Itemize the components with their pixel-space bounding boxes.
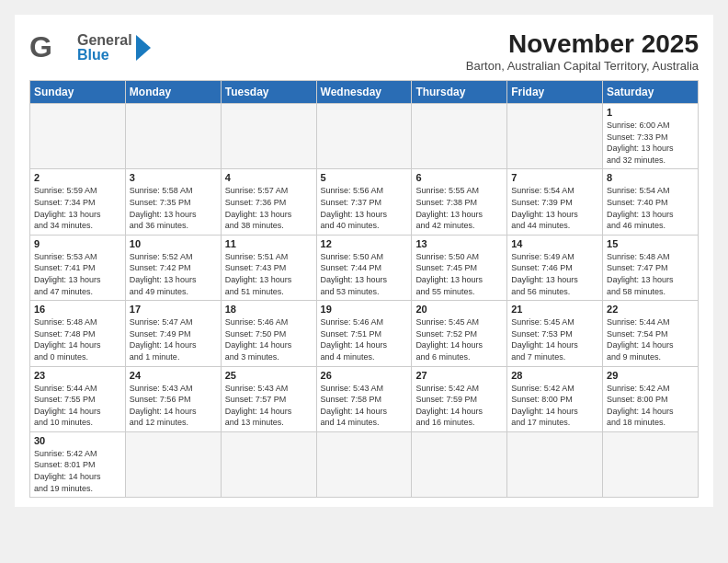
day-info: Sunrise: 5:48 AM Sunset: 7:47 PM Dayligh… — [607, 251, 694, 297]
day-info: Sunrise: 5:43 AM Sunset: 7:57 PM Dayligh… — [225, 383, 313, 429]
day-number: 30 — [34, 435, 121, 446]
day-number: 18 — [225, 304, 313, 315]
day-info: Sunrise: 5:53 AM Sunset: 7:41 PM Dayligh… — [34, 251, 121, 297]
calendar-cell: 7Sunrise: 5:54 AM Sunset: 7:39 PM Daylig… — [507, 169, 603, 235]
calendar-cell: 29Sunrise: 5:42 AM Sunset: 8:00 PM Dayli… — [603, 366, 699, 431]
day-number: 9 — [34, 238, 121, 249]
day-info: Sunrise: 5:58 AM Sunset: 7:35 PM Dayligh… — [130, 185, 217, 231]
day-number: 3 — [130, 172, 217, 183]
location: Barton, Australian Capital Territory, Au… — [466, 59, 699, 73]
calendar-cell: 22Sunrise: 5:44 AM Sunset: 7:54 PM Dayli… — [603, 301, 699, 366]
col-header-wednesday: Wednesday — [316, 81, 412, 104]
calendar-week-2: 9Sunrise: 5:53 AM Sunset: 7:41 PM Daylig… — [30, 235, 699, 300]
day-info: Sunrise: 6:00 AM Sunset: 7:33 PM Dayligh… — [607, 120, 694, 166]
logo-general: General — [77, 33, 132, 48]
day-number: 7 — [511, 172, 598, 183]
day-info: Sunrise: 5:43 AM Sunset: 7:56 PM Dayligh… — [130, 383, 217, 429]
calendar-week-4: 23Sunrise: 5:44 AM Sunset: 7:55 PM Dayli… — [30, 366, 699, 431]
calendar-cell: 23Sunrise: 5:44 AM Sunset: 7:55 PM Dayli… — [30, 366, 126, 431]
day-number: 17 — [130, 304, 217, 315]
calendar-cell: 21Sunrise: 5:45 AM Sunset: 7:53 PM Dayli… — [507, 301, 603, 366]
col-header-friday: Friday — [507, 81, 603, 104]
calendar-cell: 14Sunrise: 5:49 AM Sunset: 7:46 PM Dayli… — [507, 235, 603, 300]
calendar-cell: 5Sunrise: 5:56 AM Sunset: 7:37 PM Daylig… — [316, 169, 412, 235]
calendar-cell — [125, 431, 221, 497]
calendar-cell: 26Sunrise: 5:43 AM Sunset: 7:58 PM Dayli… — [316, 366, 412, 431]
calendar-cell: 6Sunrise: 5:55 AM Sunset: 7:38 PM Daylig… — [412, 169, 507, 235]
calendar-cell: 19Sunrise: 5:46 AM Sunset: 7:51 PM Dayli… — [316, 301, 412, 366]
calendar-week-5: 30Sunrise: 5:42 AM Sunset: 8:01 PM Dayli… — [30, 431, 699, 497]
calendar-cell: 12Sunrise: 5:50 AM Sunset: 7:44 PM Dayli… — [316, 235, 412, 300]
day-info: Sunrise: 5:55 AM Sunset: 7:38 PM Dayligh… — [415, 185, 503, 231]
calendar-cell: 9Sunrise: 5:53 AM Sunset: 7:41 PM Daylig… — [30, 235, 126, 300]
day-number: 1 — [607, 107, 694, 118]
calendar-cell: 25Sunrise: 5:43 AM Sunset: 7:57 PM Dayli… — [221, 366, 316, 431]
calendar-week-3: 16Sunrise: 5:48 AM Sunset: 7:48 PM Dayli… — [30, 301, 699, 366]
day-number: 22 — [607, 304, 694, 315]
col-header-thursday: Thursday — [412, 81, 507, 104]
calendar-cell: 3Sunrise: 5:58 AM Sunset: 7:35 PM Daylig… — [125, 169, 221, 235]
calendar-cell — [221, 431, 316, 497]
calendar-cell: 30Sunrise: 5:42 AM Sunset: 8:01 PM Dayli… — [30, 431, 126, 497]
month-title: November 2025 — [466, 29, 699, 59]
calendar-week-1: 2Sunrise: 5:59 AM Sunset: 7:34 PM Daylig… — [30, 169, 699, 235]
day-number: 20 — [415, 304, 503, 315]
day-info: Sunrise: 5:52 AM Sunset: 7:42 PM Dayligh… — [130, 251, 217, 297]
calendar-cell: 16Sunrise: 5:48 AM Sunset: 7:48 PM Dayli… — [30, 301, 126, 366]
day-info: Sunrise: 5:56 AM Sunset: 7:37 PM Dayligh… — [321, 185, 408, 231]
day-info: Sunrise: 5:54 AM Sunset: 7:40 PM Dayligh… — [607, 185, 694, 231]
calendar-cell: 17Sunrise: 5:47 AM Sunset: 7:49 PM Dayli… — [125, 301, 221, 366]
calendar-cell: 10Sunrise: 5:52 AM Sunset: 7:42 PM Dayli… — [125, 235, 221, 300]
day-number: 28 — [511, 370, 598, 381]
calendar-cell: 18Sunrise: 5:46 AM Sunset: 7:50 PM Dayli… — [221, 301, 316, 366]
day-info: Sunrise: 5:45 AM Sunset: 7:53 PM Dayligh… — [511, 316, 598, 362]
day-info: Sunrise: 5:42 AM Sunset: 8:00 PM Dayligh… — [607, 383, 694, 429]
day-number: 10 — [130, 238, 217, 249]
calendar-cell — [30, 104, 126, 169]
day-info: Sunrise: 5:42 AM Sunset: 8:01 PM Dayligh… — [34, 448, 121, 494]
calendar-cell — [507, 431, 603, 497]
calendar-header-row: SundayMondayTuesdayWednesdayThursdayFrid… — [30, 81, 699, 104]
day-info: Sunrise: 5:59 AM Sunset: 7:34 PM Dayligh… — [34, 185, 121, 231]
svg-text:G: G — [29, 30, 52, 63]
col-header-saturday: Saturday — [603, 81, 699, 104]
day-info: Sunrise: 5:43 AM Sunset: 7:58 PM Dayligh… — [321, 383, 408, 429]
day-number: 29 — [607, 370, 694, 381]
logo-blue: Blue — [77, 48, 132, 63]
day-number: 27 — [415, 370, 503, 381]
day-number: 4 — [225, 172, 313, 183]
calendar-cell — [603, 431, 699, 497]
day-info: Sunrise: 5:42 AM Sunset: 8:00 PM Dayligh… — [511, 383, 598, 429]
day-info: Sunrise: 5:51 AM Sunset: 7:43 PM Dayligh… — [225, 251, 313, 297]
day-number: 14 — [511, 238, 598, 249]
col-header-monday: Monday — [125, 81, 221, 104]
day-info: Sunrise: 5:50 AM Sunset: 7:45 PM Dayligh… — [415, 251, 503, 297]
day-number: 6 — [415, 172, 503, 183]
day-number: 13 — [415, 238, 503, 249]
title-area: November 2025 Barton, Australian Capital… — [466, 29, 699, 73]
day-number: 23 — [34, 370, 121, 381]
day-number: 12 — [321, 238, 408, 249]
day-info: Sunrise: 5:45 AM Sunset: 7:52 PM Dayligh… — [415, 316, 503, 362]
col-header-sunday: Sunday — [30, 81, 126, 104]
calendar-cell: 28Sunrise: 5:42 AM Sunset: 8:00 PM Dayli… — [507, 366, 603, 431]
calendar: SundayMondayTuesdayWednesdayThursdayFrid… — [29, 80, 699, 498]
calendar-cell — [412, 431, 507, 497]
calendar-cell: 11Sunrise: 5:51 AM Sunset: 7:43 PM Dayli… — [221, 235, 316, 300]
calendar-cell: 20Sunrise: 5:45 AM Sunset: 7:52 PM Dayli… — [412, 301, 507, 366]
calendar-cell: 24Sunrise: 5:43 AM Sunset: 7:56 PM Dayli… — [125, 366, 221, 431]
day-info: Sunrise: 5:57 AM Sunset: 7:36 PM Dayligh… — [225, 185, 313, 231]
calendar-cell — [412, 104, 507, 169]
day-number: 21 — [511, 304, 598, 315]
day-info: Sunrise: 5:44 AM Sunset: 7:54 PM Dayligh… — [607, 316, 694, 362]
calendar-cell — [316, 104, 412, 169]
calendar-cell — [507, 104, 603, 169]
calendar-cell: 2Sunrise: 5:59 AM Sunset: 7:34 PM Daylig… — [30, 169, 126, 235]
day-info: Sunrise: 5:50 AM Sunset: 7:44 PM Dayligh… — [321, 251, 408, 297]
calendar-cell: 8Sunrise: 5:54 AM Sunset: 7:40 PM Daylig… — [603, 169, 699, 235]
calendar-week-0: 1Sunrise: 6:00 AM Sunset: 7:33 PM Daylig… — [30, 104, 699, 169]
calendar-cell — [125, 104, 221, 169]
day-number: 8 — [607, 172, 694, 183]
page: G General Blue November 2025 Barton, Aus… — [15, 15, 713, 507]
day-info: Sunrise: 5:49 AM Sunset: 7:46 PM Dayligh… — [511, 251, 598, 297]
